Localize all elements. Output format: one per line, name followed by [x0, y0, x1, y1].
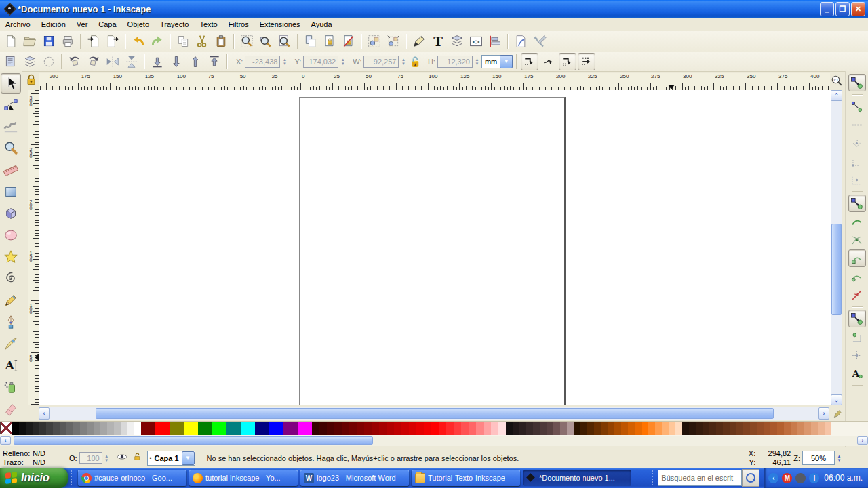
color-swatch[interactable] — [127, 422, 134, 435]
color-swatch[interactable] — [469, 422, 476, 435]
color-swatch[interactable] — [19, 422, 26, 435]
color-swatch[interactable] — [608, 422, 614, 435]
layer-selector[interactable]: ▪ Capa 1 ▼ — [147, 451, 195, 466]
select-all-layers-button[interactable] — [20, 52, 39, 71]
hide-icons-icon[interactable]: ‹ — [768, 473, 778, 483]
color-swatch[interactable] — [757, 422, 764, 435]
snap-nodes-button[interactable] — [848, 195, 866, 212]
scroll-left-icon[interactable]: ‹ — [39, 407, 50, 420]
tool-3dbox-button[interactable] — [1, 203, 21, 224]
color-swatch[interactable] — [723, 422, 730, 435]
color-swatch[interactable] — [750, 422, 757, 435]
restore-button[interactable]: ❐ — [835, 2, 850, 16]
color-swatch[interactable] — [198, 422, 212, 435]
align-distribute-button[interactable] — [486, 32, 505, 51]
scroll-right-icon[interactable]: › — [818, 407, 829, 420]
color-swatch[interactable] — [675, 422, 682, 435]
color-swatch[interactable] — [614, 422, 621, 435]
layer-lock-icon[interactable] — [133, 452, 142, 464]
color-swatch[interactable] — [141, 422, 155, 435]
tool-spray-button[interactable] — [1, 377, 21, 397]
color-swatch[interactable] — [703, 422, 709, 435]
lower-button[interactable] — [167, 52, 186, 71]
tool-rectangle-button[interactable] — [1, 182, 21, 202]
color-swatch[interactable] — [327, 422, 334, 435]
no-color-swatch[interactable] — [0, 422, 12, 434]
taskbar-button-word[interactable]: Wlogo23 - Microsoft Word — [300, 470, 409, 486]
clone-button[interactable] — [320, 32, 339, 51]
color-swatch[interactable] — [526, 422, 533, 435]
menu-edición[interactable]: Edición — [36, 19, 71, 30]
menu-ayuda[interactable]: Ayuda — [306, 19, 338, 30]
zoom-drawing-button[interactable] — [256, 32, 275, 51]
color-swatch[interactable] — [476, 422, 484, 435]
color-swatch[interactable] — [567, 422, 574, 435]
color-swatch[interactable] — [574, 422, 580, 435]
color-swatch[interactable] — [73, 422, 80, 435]
rotate-ccw-button[interactable] — [65, 52, 84, 71]
color-swatch[interactable] — [439, 422, 446, 435]
document-properties-button[interactable] — [511, 32, 530, 51]
snap-midpoints-button[interactable] — [848, 286, 866, 304]
fill-stroke-dialog-button[interactable] — [410, 32, 429, 51]
color-swatch[interactable] — [580, 422, 587, 435]
color-swatch[interactable] — [334, 422, 342, 435]
minimize-button[interactable]: _ — [820, 2, 834, 16]
color-swatch[interactable] — [46, 422, 53, 435]
print-button[interactable] — [58, 32, 77, 51]
layers-dialog-button[interactable] — [448, 32, 467, 51]
h-spinner[interactable]: ▲▼ — [473, 55, 481, 68]
color-swatch[interactable] — [134, 422, 141, 435]
color-swatch[interactable] — [791, 422, 797, 435]
color-swatch[interactable] — [770, 422, 777, 435]
tool-measure-button[interactable] — [1, 160, 21, 180]
h-field[interactable]: 12,320 — [437, 56, 473, 68]
zoom-spinner[interactable]: ▲▼ — [835, 451, 844, 465]
color-swatch[interactable] — [540, 422, 547, 435]
tool-pen-button[interactable] — [1, 312, 21, 332]
color-swatch[interactable] — [372, 422, 379, 435]
save-button[interactable] — [39, 32, 58, 51]
palette-scroll-right-icon[interactable]: › — [857, 436, 868, 445]
color-swatch[interactable] — [241, 422, 255, 435]
affect-gradients-toggle[interactable] — [559, 53, 576, 70]
color-swatch[interactable] — [454, 422, 461, 435]
color-swatch[interactable] — [648, 422, 655, 435]
duplicate-button[interactable] — [301, 32, 320, 51]
zoom-page-button[interactable] — [275, 32, 294, 51]
color-swatch[interactable] — [114, 422, 121, 435]
color-swatch[interactable] — [357, 422, 364, 435]
color-swatch[interactable] — [491, 422, 498, 435]
tool-zoom-button[interactable] — [1, 138, 21, 159]
color-swatch[interactable] — [170, 422, 184, 435]
color-swatch[interactable] — [409, 422, 416, 435]
tool-spiral-button[interactable] — [1, 268, 21, 289]
color-swatch[interactable] — [736, 422, 743, 435]
color-swatch[interactable] — [33, 422, 39, 435]
color-swatch[interactable] — [709, 422, 716, 435]
layer-dropdown-arrow-icon[interactable]: ▼ — [182, 451, 195, 465]
cut-button[interactable] — [193, 32, 212, 51]
x-spinner[interactable]: ▲▼ — [280, 55, 289, 68]
menu-texto[interactable]: Texto — [194, 19, 222, 30]
menu-ver[interactable]: Ver — [71, 19, 94, 30]
unit-select[interactable]: mm ▼ — [481, 55, 513, 68]
color-swatch[interactable] — [446, 422, 454, 435]
palette-scrollbar-thumb[interactable] — [14, 436, 373, 445]
taskbar-button-folder[interactable]: Tutorial-Texto-Inkscape — [412, 470, 520, 486]
raise-button[interactable] — [186, 52, 205, 71]
horizontal-scrollbar[interactable]: ‹ › — [39, 407, 829, 420]
rotate-cw-button[interactable] — [84, 52, 103, 71]
color-swatch[interactable] — [416, 422, 424, 435]
color-swatch[interactable] — [513, 422, 519, 435]
color-swatch[interactable] — [80, 422, 87, 435]
color-swatch[interactable] — [635, 422, 642, 435]
color-swatch[interactable] — [484, 422, 491, 435]
snap-cusp-nodes-button[interactable] — [848, 249, 866, 267]
folder-open-button[interactable] — [20, 32, 39, 51]
color-swatch[interactable] — [212, 422, 226, 435]
taskbar-button-inkscape[interactable]: *Documento nuevo 1... — [523, 470, 631, 486]
export-button[interactable] — [103, 32, 122, 51]
scroll-down-icon[interactable]: ⌄ — [831, 394, 842, 405]
xml-editor-button[interactable] — [467, 32, 486, 51]
